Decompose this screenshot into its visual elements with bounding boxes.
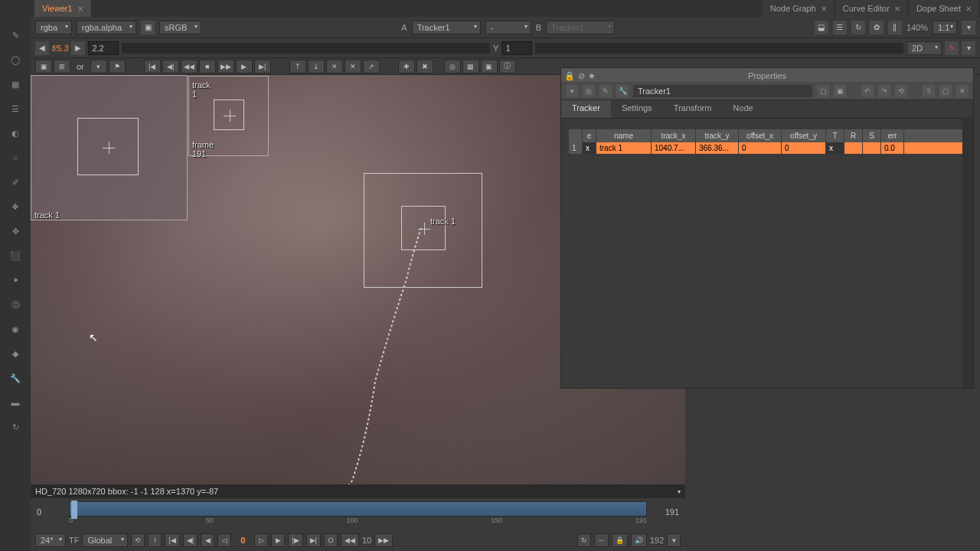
close-icon[interactable]: ✕ xyxy=(894,5,900,13)
expand-icon[interactable]: ▾ xyxy=(962,21,975,34)
clear-in-icon[interactable]: ✕ xyxy=(326,60,343,73)
tab-curve-editor[interactable]: Curve Editor ✕ xyxy=(835,0,909,17)
row-name[interactable]: track 1 xyxy=(596,142,652,154)
col-s[interactable]: S xyxy=(863,129,881,142)
tool-clock-icon[interactable]: ◯ xyxy=(8,52,23,67)
last-frame-icon[interactable]: ▶| xyxy=(254,60,271,73)
prev-key-icon[interactable]: ◀| xyxy=(162,60,179,73)
tab-dope-sheet[interactable]: Dope Sheet ✕ xyxy=(909,0,980,17)
row-offset-y[interactable]: 0 xyxy=(782,142,826,154)
col-e[interactable]: e xyxy=(583,129,596,142)
tab-node-graph[interactable]: Node Graph ✕ xyxy=(763,0,835,17)
row-s[interactable] xyxy=(863,142,881,154)
pause-icon[interactable]: ‖ xyxy=(888,21,902,34)
tool-eye-icon[interactable]: ◉ xyxy=(8,321,23,337)
roi-icon[interactable]: ▣ xyxy=(35,60,52,73)
clear-icon[interactable]: ⊘ xyxy=(578,71,585,81)
timeline-track[interactable] xyxy=(69,501,647,517)
next-key-icon[interactable]: |▶ xyxy=(288,533,302,547)
stop-icon[interactable]: ■ xyxy=(199,60,216,73)
refresh-icon[interactable]: ↻ xyxy=(851,21,865,34)
range-out-icon[interactable]: ⤓ xyxy=(308,60,325,73)
add-track-icon[interactable]: ✚ xyxy=(398,60,415,73)
tool-spark-icon[interactable]: ✦ xyxy=(8,272,23,288)
col-err[interactable]: err xyxy=(881,129,904,142)
properties-scrollbar[interactable] xyxy=(962,117,973,388)
close-icon[interactable]: ✕ xyxy=(956,85,969,97)
sync-icon[interactable]: ⟲ xyxy=(131,533,145,547)
tool-circle-icon[interactable]: ○ xyxy=(8,150,23,165)
chevron-down-icon[interactable]: ▾ xyxy=(90,60,107,73)
skip-fwd-icon[interactable]: ▶▶ xyxy=(374,533,393,547)
tab-transform[interactable]: Transform xyxy=(663,100,723,118)
tracker-pattern-box[interactable] xyxy=(401,206,446,250)
tool-stack-icon[interactable]: ☰ xyxy=(8,101,23,116)
b-node-dropdown[interactable]: Tracker1 xyxy=(546,21,615,34)
col-track-x[interactable]: track_x xyxy=(652,129,696,142)
step-value[interactable]: 10 xyxy=(362,536,371,545)
lock-icon[interactable]: 🔒 xyxy=(564,71,575,81)
grid-icon[interactable]: ▦ xyxy=(462,60,479,73)
redo-icon[interactable]: ↷ xyxy=(878,85,890,97)
more-icon[interactable]: ▾ xyxy=(667,533,681,547)
flag-icon[interactable]: ⚑ xyxy=(109,60,126,73)
copy-icon[interactable]: ▣ xyxy=(834,85,846,97)
tool-channel-icon[interactable]: ▦ xyxy=(8,77,23,92)
skip-back-icon[interactable]: ◀◀ xyxy=(341,533,359,547)
tab-settings[interactable]: Settings xyxy=(611,100,663,118)
collapse-icon[interactable]: ▾ xyxy=(566,85,578,97)
row-offset-x[interactable]: 0 xyxy=(739,142,782,154)
wand-icon[interactable]: ✎ xyxy=(945,41,959,55)
col-r[interactable]: R xyxy=(844,129,863,142)
help-icon[interactable]: ? xyxy=(923,85,935,97)
first-icon[interactable]: |◀ xyxy=(165,533,179,547)
ratio-dropdown[interactable]: 1:1 xyxy=(933,21,957,34)
col-offset-x[interactable]: offset_x xyxy=(739,129,782,142)
scope-dropdown[interactable]: Global xyxy=(82,533,128,547)
edit-icon[interactable]: ▢ xyxy=(817,85,829,97)
row-r[interactable] xyxy=(844,142,863,154)
y-input[interactable]: 1 xyxy=(501,41,532,55)
tracker-search-box[interactable] xyxy=(364,173,482,288)
channel-dropdown[interactable]: rgba xyxy=(35,21,72,34)
center-icon[interactable]: ◎ xyxy=(583,85,595,97)
properties-title-bar[interactable]: 🔒 ⊘ ★ Properties xyxy=(561,68,973,82)
row-t[interactable]: x xyxy=(826,142,844,154)
tool-d-icon[interactable]: Ⓓ xyxy=(8,297,23,312)
step-fwd-icon[interactable]: ▷ xyxy=(254,533,268,547)
play-fwd-icon[interactable]: ▶ xyxy=(271,533,285,547)
col-t[interactable]: T xyxy=(826,129,844,142)
revert-icon[interactable]: ⟲ xyxy=(895,85,907,97)
step-fwd-icon[interactable]: ▶▶ xyxy=(217,60,234,73)
row-err[interactable]: 0.0 xyxy=(881,142,904,154)
a-node-dropdown[interactable]: Tracker1 xyxy=(412,21,481,34)
fps-dropdown[interactable]: 24* xyxy=(35,533,66,547)
tool-pen-icon[interactable]: ✎ xyxy=(8,28,23,43)
col-track-y[interactable]: track_y xyxy=(696,129,739,142)
a-sub-dropdown[interactable]: - xyxy=(485,21,531,34)
mode-dropdown[interactable]: 2D xyxy=(906,41,942,55)
step-back-icon[interactable]: ◁ xyxy=(217,533,231,547)
tool-refresh-icon[interactable]: ↻ xyxy=(8,419,23,435)
tab-tracker[interactable]: Tracker xyxy=(561,100,611,118)
undo-icon[interactable]: ↶ xyxy=(861,85,874,97)
tool-wrench-icon[interactable]: 🔧 xyxy=(8,370,23,386)
gear-icon[interactable]: ✿ xyxy=(870,21,884,34)
overlay-icon[interactable]: ▣ xyxy=(481,60,498,73)
row-track-y[interactable]: 366.36... xyxy=(696,142,739,154)
center-icon[interactable]: ◎ xyxy=(444,60,461,73)
tool-draw-icon[interactable]: ✐ xyxy=(8,174,23,190)
wand-icon[interactable]: ✎ xyxy=(599,85,612,97)
loop-icon[interactable]: ↻ xyxy=(577,533,591,547)
list-icon[interactable]: ☰ xyxy=(833,21,847,34)
col-offset-y[interactable]: offset_y xyxy=(782,129,826,142)
gamma-input[interactable]: 2.2 xyxy=(88,41,119,55)
close-icon[interactable]: ✕ xyxy=(965,5,972,13)
y-slider[interactable] xyxy=(535,43,903,54)
tool-3d-icon[interactable]: ⬛ xyxy=(8,248,23,263)
tool-tag-icon[interactable]: ◆ xyxy=(8,346,23,361)
close-icon[interactable]: ✕ xyxy=(77,5,83,13)
current-frame[interactable]: 0 xyxy=(234,536,251,545)
play-icon[interactable]: ▶ xyxy=(236,60,253,73)
tool-color-icon[interactable]: ◐ xyxy=(8,126,23,141)
